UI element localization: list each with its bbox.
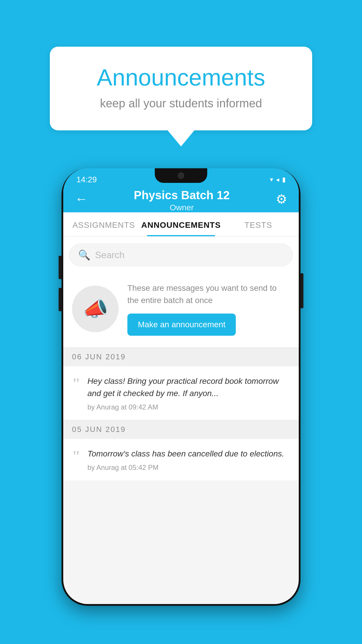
search-icon: 🔍 (78, 249, 90, 261)
signal-icon: ◂ (276, 176, 279, 183)
announcement-right: These are messages you want to send to t… (127, 282, 290, 336)
tab-announcements[interactable]: ANNOUNCEMENTS (138, 212, 224, 236)
quote-icon-2: " (72, 449, 80, 464)
bubble-title: Announcements (73, 64, 289, 91)
batch-title: Physics Batch 12 (88, 189, 276, 202)
make-announcement-button[interactable]: Make an announcement (127, 314, 236, 336)
megaphone-icon: 📣 (83, 297, 108, 321)
search-placeholder: Search (95, 250, 124, 260)
message-text-2: Tomorrow's class has been cancelled due … (87, 448, 290, 460)
status-time: 14:29 (76, 173, 97, 184)
bubble-subtitle: keep all your students informed (73, 97, 289, 110)
message-content-2: Tomorrow's class has been cancelled due … (87, 448, 290, 472)
back-button[interactable]: ← (75, 192, 88, 206)
phone-outer: 14:29 ▾ ◂ ▮ ← Physics Batch 12 Owner ⚙ (61, 168, 301, 606)
notch (155, 168, 207, 183)
search-bar[interactable]: 🔍 Search (69, 244, 293, 266)
tab-tests[interactable]: TESTS (224, 212, 293, 236)
announcement-intro-card: 📣 These are messages you want to send to… (63, 273, 299, 347)
front-camera (178, 172, 184, 179)
tab-bar: ASSIGNMENTS ANNOUNCEMENTS TESTS (63, 212, 299, 237)
message-item-1[interactable]: " Hey class! Bring your practical record… (63, 366, 299, 420)
header-title-block: Physics Batch 12 Owner (88, 189, 276, 212)
announcement-description: These are messages you want to send to t… (127, 282, 290, 307)
vol-up-button (59, 256, 61, 279)
message-meta-1: by Anurag at 09:42 AM (87, 403, 290, 411)
status-icons: ▾ ◂ ▮ (270, 174, 286, 183)
phone-mockup: 14:29 ▾ ◂ ▮ ← Physics Batch 12 Owner ⚙ (61, 168, 301, 606)
speech-bubble: Announcements keep all your students inf… (50, 47, 312, 130)
vol-down-button (59, 288, 61, 311)
wifi-icon: ▾ (270, 176, 273, 183)
phone-screen: 14:29 ▾ ◂ ▮ ← Physics Batch 12 Owner ⚙ (63, 168, 299, 604)
message-text-1: Hey class! Bring your practical record b… (87, 375, 290, 400)
battery-icon: ▮ (282, 176, 286, 183)
message-item-2[interactable]: " Tomorrow's class has been cancelled du… (63, 439, 299, 480)
message-meta-2: by Anurag at 05:42 PM (87, 463, 290, 472)
megaphone-circle: 📣 (72, 286, 119, 332)
tab-content: 🔍 Search 📣 These are messages you want t… (63, 237, 299, 480)
settings-icon[interactable]: ⚙ (276, 192, 287, 206)
message-content-1: Hey class! Bring your practical record b… (87, 375, 290, 411)
date-divider-jun6: 06 JUN 2019 (63, 347, 299, 366)
power-button (301, 273, 303, 308)
quote-icon-1: " (72, 376, 80, 391)
tab-assignments[interactable]: ASSIGNMENTS (69, 212, 138, 236)
owner-label: Owner (88, 203, 276, 212)
date-divider-jun5: 05 JUN 2019 (63, 420, 299, 439)
